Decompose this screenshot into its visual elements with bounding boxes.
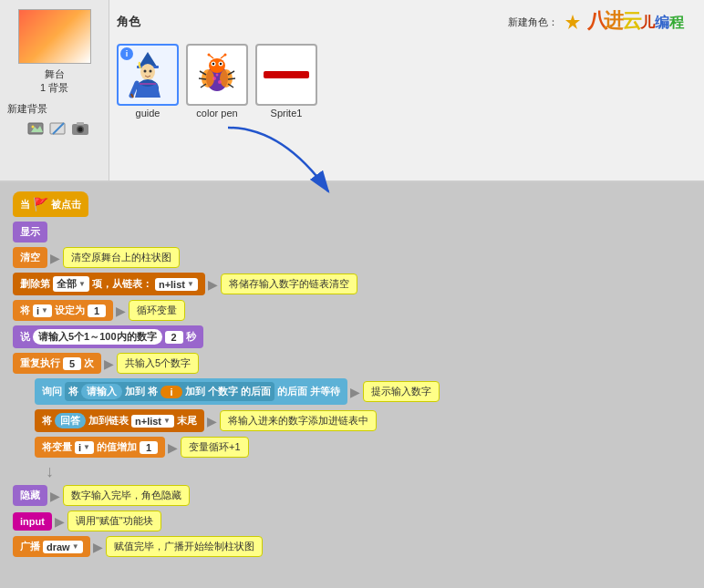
sprite-info-icon[interactable]: i (120, 47, 133, 60)
svg-point-32 (208, 54, 211, 57)
svg-marker-9 (565, 15, 580, 29)
svg-point-19 (144, 70, 147, 73)
sprites-area: 角色 新建角色： 八 进 云 儿 编 程 (109, 0, 704, 181)
delete-comment: 将储存输入数字的链表清空 (221, 273, 357, 294)
hide-label: 隐藏 (20, 489, 40, 502)
repeat-block[interactable]: 重复执行 5 次 (13, 353, 101, 374)
sprite-thumb-sprite1[interactable] (255, 44, 317, 106)
clicked-label: 被点击 (51, 198, 81, 211)
ask-comment: 提示输入数字 (363, 381, 440, 402)
when-label: 当 (20, 198, 30, 211)
change-i-dropdown[interactable]: i▼ (75, 441, 94, 454)
sprites-list: i (117, 44, 697, 119)
say-text-input[interactable]: 请输入5个1～100内的数字 (33, 329, 162, 345)
stage-area: 舞台 1 背景 新建背景 (0, 0, 109, 181)
svg-text:编: 编 (655, 14, 669, 30)
svg-point-29 (212, 63, 214, 65)
sprite-item-sprite1[interactable]: Sprite1 (255, 44, 317, 119)
clear-block[interactable]: 清空 (13, 247, 47, 268)
broadcast-block[interactable]: 广播 draw▼ (13, 536, 90, 557)
change-by-label: 的值增加 (97, 440, 137, 454)
change-value-input[interactable]: 1 (140, 441, 158, 454)
stage-thumbnail[interactable] (18, 9, 91, 64)
sprite-item-guide[interactable]: i (117, 44, 179, 119)
new-sprite-label: 新建角色： (508, 15, 558, 29)
broadcast-label: 广播 (20, 540, 40, 553)
delete-dropdown[interactable]: 全部▼ (53, 276, 89, 292)
new-scene-label: 新建背景 (0, 102, 47, 116)
delete-block[interactable]: 删除第 全部▼ 项，从链表： n+list▼ (13, 273, 205, 295)
block-row-say: 说 请输入5个1～100内的数字 2 秒 (13, 325, 691, 348)
svg-text:程: 程 (668, 15, 685, 30)
block-row-repeat: 重复执行 5 次 ▶ 共输入5个数字 (13, 353, 691, 374)
ask-label: 询问 (42, 385, 62, 398)
svg-point-43 (212, 77, 216, 80)
block-row-hide: 隐藏 ▶ 数字输入完毕，角色隐藏 (13, 485, 691, 506)
top-panel: 舞台 1 背景 新建背景 (0, 0, 704, 182)
repeat-times-label: 次 (84, 356, 94, 370)
ask-block[interactable]: 询问 将 请输入 加到 将 i 加到 个数字 的后面 的后面 并等待 (35, 378, 347, 405)
code-panel: 当 🚩 被点击 显示 清空 ▶ 清空原舞台上的柱状图 删除第 全部▼ 项，从链表… (0, 182, 704, 588)
comment-arrow-4: ▶ (104, 356, 114, 371)
show-block[interactable]: 显示 (13, 222, 47, 242)
set-i-block[interactable]: 将 i▼ 设定为 1 (13, 300, 113, 321)
comment-arrow-6: ▶ (207, 414, 217, 428)
new-sprite-controls: 新建角色： 八 进 云 儿 编 程 (508, 7, 697, 36)
change-i-comment: 变量循环+1 (181, 437, 249, 458)
svg-point-30 (220, 63, 222, 65)
ask-put-label: 将 (68, 385, 78, 398)
svg-rect-8 (77, 122, 84, 125)
block-row-input: input ▶ 调用"赋值"功能块 (13, 511, 691, 531)
svg-point-34 (224, 54, 227, 57)
comment-arrow-7: ▶ (168, 440, 178, 455)
stage-label: 舞台 1 背景 (40, 67, 68, 95)
list-dropdown[interactable]: n+list▼ (155, 278, 198, 291)
new-sprite-star-icon[interactable] (564, 13, 582, 31)
set-label: 将 (20, 304, 30, 317)
upload-scene-icon[interactable] (27, 119, 46, 138)
scene-icons-row (20, 119, 89, 138)
camera-scene-icon[interactable] (71, 119, 89, 138)
when-flag-block[interactable]: 当 🚩 被点击 (13, 191, 88, 217)
comment-arrow-8: ▶ (50, 489, 60, 503)
add-list-block[interactable]: 将 回答 加到链表 n+list▼ 末尾 (35, 409, 204, 432)
comment-arrow-5: ▶ (350, 385, 360, 399)
hide-block[interactable]: 隐藏 (13, 485, 47, 506)
sprite-item-colorpen[interactable]: color pen (186, 44, 248, 119)
set-i-comment: 循环变量 (129, 300, 185, 321)
broadcast-dropdown[interactable]: draw▼ (43, 541, 83, 553)
add-list-dropdown[interactable]: n+list▼ (131, 415, 174, 428)
svg-point-20 (150, 70, 152, 73)
value-1-input[interactable]: 1 (88, 304, 106, 317)
delete-label: 删除第 (20, 277, 50, 291)
hide-comment: 数字输入完毕，角色隐藏 (63, 485, 190, 506)
say-seconds-label: 秒 (186, 330, 196, 344)
say-seconds-input[interactable]: 2 (165, 331, 183, 344)
comment-arrow-10: ▶ (93, 540, 103, 554)
setTo-label: 设定为 (55, 304, 85, 317)
answer-oval[interactable]: 回答 (55, 413, 86, 428)
sprites-header: 角色 新建角色： 八 进 云 儿 编 程 (117, 7, 697, 36)
add-to-list-label: 加到链表 (88, 414, 129, 428)
repeat-label: 重复执行 (20, 356, 60, 370)
red-line-graphic (264, 71, 309, 78)
repeat-count-input[interactable]: 5 (63, 357, 81, 370)
sprite-thumb-colorpen[interactable] (186, 44, 248, 106)
ask-join-label: 加到 将 (125, 385, 158, 398)
svg-line-38 (199, 78, 206, 79)
block-row-set-i: 将 i▼ 设定为 1 ▶ 循环变量 (13, 300, 691, 321)
sprite-thumb-guide[interactable]: i (117, 44, 179, 106)
repeat-comment: 共输入5个数字 (117, 353, 199, 374)
guide-character-svg (126, 50, 170, 99)
block-row-broadcast: 广播 draw▼ ▶ 赋值完毕，广播开始绘制柱状图 (13, 536, 691, 557)
comment-arrow-1: ▶ (50, 251, 60, 265)
paint-scene-icon[interactable] (49, 119, 67, 138)
input-block[interactable]: input (13, 512, 52, 531)
var-i-dropdown[interactable]: i▼ (33, 304, 52, 317)
svg-point-45 (216, 74, 219, 77)
ask-var-i-oval[interactable]: i (160, 386, 182, 398)
delete-from-label: 项，从链表： (92, 277, 152, 291)
ask-prompt-oval[interactable]: 请输入 (81, 384, 122, 399)
say-block[interactable]: 说 请输入5个1～100内的数字 2 秒 (13, 325, 203, 348)
change-i-block[interactable]: 将变量 i▼ 的值增加 1 (35, 437, 165, 458)
